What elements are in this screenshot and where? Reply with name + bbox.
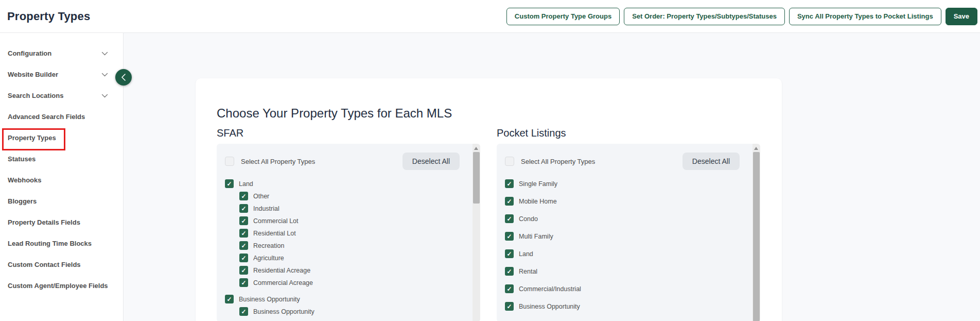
property-type-row: ✓Commercial/Industrial [505,284,752,293]
set-order-button[interactable]: Set Order: Property Types/Subtypes/Statu… [624,8,785,25]
checkbox-checked-icon[interactable]: ✓ [505,267,514,276]
scrollbar-thumb[interactable] [473,152,480,204]
card-title: Choose Your Property Types for Each MLS [217,106,761,121]
property-type-row: ✓Rental [505,267,752,276]
checkbox-checked-icon[interactable]: ✓ [505,284,514,293]
property-type-row: ✓Mobile Home [505,197,752,206]
checkbox-checked-icon[interactable]: ✓ [505,214,514,223]
property-type-label: Business Opportunity [253,308,314,315]
property-type-row: ✓Business Opportunity [505,302,752,311]
sidebar-collapse-button[interactable] [115,69,132,86]
sidebar-item-lead-routing-time-blocks[interactable]: Lead Routing Time Blocks [0,233,123,254]
select-all-row: Select All Property Types Deselect All [225,153,472,170]
scroll-up-icon[interactable] [474,147,478,150]
sidebar-item-statuses[interactable]: Statuses [0,148,123,170]
checkbox-checked-icon[interactable]: ✓ [239,266,248,275]
property-type-label: Industrial [253,205,279,212]
sidebar-item-label: Custom Contact Fields [8,261,81,268]
checkbox-checked-icon[interactable]: ✓ [239,241,248,250]
checkbox-checked-icon[interactable]: ✓ [505,249,514,258]
property-type-label: Multi Family [519,233,553,240]
checkbox-checked-icon[interactable]: ✓ [505,302,514,311]
property-type-row: ✓Business Opportunity [225,295,472,303]
property-type-row: ✓Business Opportunity [239,307,472,316]
sidebar-item-label: Advanced Search Fields [8,113,85,121]
sidebar-item-custom-agent-employee-fields[interactable]: Custom Agent/Employee Fields [0,275,123,296]
chevron-left-icon [121,74,126,81]
checkbox-checked-icon[interactable]: ✓ [505,179,514,188]
checkbox-checked-icon[interactable]: ✓ [225,179,234,188]
sidebar-item-custom-contact-fields[interactable]: Custom Contact Fields [0,254,123,275]
property-type-label: Other [253,193,269,200]
property-type-label: Business Opportunity [519,303,580,310]
property-type-panel: Select All Property Types Deselect All ✓… [217,144,480,321]
select-all-checkbox[interactable] [225,157,234,166]
scrollbar[interactable] [752,144,760,321]
sync-all-button[interactable]: Sync All Property Types to Pocket Listin… [789,8,941,25]
property-type-label: Condo [519,215,538,223]
property-type-row: ✓Residential Acreage [239,266,472,275]
chevron-down-icon [101,94,108,98]
deselect-all-button[interactable]: Deselect All [402,153,460,170]
select-all-label: Select All Property Types [521,158,595,165]
sidebar-item-label: Search Locations [8,92,63,99]
property-type-label: Residential Acreage [253,267,310,274]
scroll-up-icon[interactable] [754,147,758,150]
property-type-row: ✓Commercial Acreage [239,278,472,287]
property-type-list-1: ✓Single Family✓Mobile Home✓Condo✓Multi F… [505,179,752,311]
mls-column-sfar: SFAR Select All Property Types Deselect … [217,127,480,321]
sidebar-nav: ConfigurationWebsite BuilderSearch Locat… [0,43,123,296]
property-type-label: Commercial Lot [253,217,299,225]
scrollbar[interactable] [472,144,480,321]
sidebar-item-bloggers[interactable]: Bloggers [0,191,123,212]
checkbox-checked-icon[interactable]: ✓ [239,254,248,262]
scrollbar-thumb[interactable] [753,152,760,321]
sidebar-item-label: Property Details Fields [8,218,80,226]
deselect-all-button[interactable]: Deselect All [682,153,740,170]
sidebar-item-label: Webhooks [8,176,42,184]
property-type-row: ✓Condo [505,214,752,223]
property-type-label: Commercial Acreage [253,279,313,286]
checkbox-checked-icon[interactable]: ✓ [505,197,514,206]
checkbox-checked-icon[interactable]: ✓ [239,278,248,287]
body: ConfigurationWebsite BuilderSearch Locat… [0,33,980,321]
property-type-row: ✓Agriculture [239,254,472,262]
property-type-label: Rental [519,268,537,275]
property-type-label: Recreation [253,242,284,249]
property-type-label: Mobile Home [519,198,557,205]
sidebar-item-search-locations[interactable]: Search Locations [0,85,123,106]
checkbox-checked-icon[interactable]: ✓ [239,229,248,238]
sidebar-item-website-builder[interactable]: Website Builder [0,64,123,85]
select-all-checkbox[interactable] [505,157,514,166]
sidebar-item-label: Configuration [8,49,51,57]
page-header: Property Types Custom Property Type Grou… [0,0,980,33]
checkbox-checked-icon[interactable]: ✓ [239,192,248,200]
sidebar-item-property-types[interactable]: Property Types [0,127,123,148]
property-type-row: ✓Other [239,192,472,200]
save-button[interactable]: Save [946,8,977,25]
property-type-row: ✓Recreation [239,241,472,250]
mls-column-pocket-listings: Pocket Listings Select All Property Type… [497,127,760,321]
property-type-row: ✓Single Family [505,179,752,188]
mls-card: Choose Your Property Types for Each MLS … [196,78,782,321]
sidebar-item-property-details-fields[interactable]: Property Details Fields [0,212,123,233]
property-type-label: Commercial/Industrial [519,285,581,293]
checkbox-checked-icon[interactable]: ✓ [505,232,514,241]
select-all-label: Select All Property Types [241,158,315,165]
checkbox-checked-icon[interactable]: ✓ [239,216,248,225]
checkbox-checked-icon[interactable]: ✓ [239,307,248,316]
sidebar-item-configuration[interactable]: Configuration [0,43,123,64]
sidebar: ConfigurationWebsite BuilderSearch Locat… [0,33,124,321]
property-type-row: ✓Industrial [239,204,472,213]
property-type-row: ✓Land [225,179,472,188]
sidebar-item-label: Website Builder [8,71,58,78]
header-buttons: Custom Property Type GroupsSet Order: Pr… [506,8,977,25]
mls-column-title: Pocket Listings [497,127,760,139]
checkbox-checked-icon[interactable]: ✓ [225,295,234,303]
checkbox-checked-icon[interactable]: ✓ [239,204,248,213]
property-type-label: Business Opportunity [239,296,300,303]
sidebar-item-label: Statuses [8,155,36,163]
sidebar-item-advanced-search-fields[interactable]: Advanced Search Fields [0,106,123,127]
custom-property-type-groups-button[interactable]: Custom Property Type Groups [506,8,620,25]
sidebar-item-webhooks[interactable]: Webhooks [0,170,123,191]
